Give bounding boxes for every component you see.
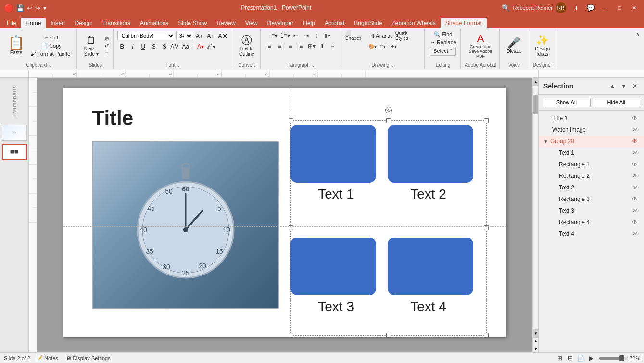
handle-bm[interactable]: [386, 333, 391, 338]
shape-card-4[interactable]: [388, 238, 473, 295]
rotate-handle[interactable]: ↻: [385, 107, 392, 113]
slide-scrollbar-v[interactable]: ▲ ▼ ▲ ▼: [532, 78, 538, 352]
panel-down-btn[interactable]: ▼: [619, 82, 629, 90]
undo-icon[interactable]: ↩: [27, 4, 32, 12]
decrease-font-btn[interactable]: A↓: [205, 32, 215, 40]
layer-text1[interactable]: Text 1 👁: [539, 147, 644, 159]
comment-btn[interactable]: 💬: [584, 3, 597, 13]
shape-outline-btn[interactable]: □▾: [378, 41, 388, 51]
layer-rect4[interactable]: Rectangle 4 👁: [539, 216, 644, 228]
redo-icon[interactable]: ↪: [35, 4, 40, 12]
layer-rect1[interactable]: Rectangle 1 👁: [539, 159, 644, 170]
tab-developer[interactable]: Developer: [263, 18, 299, 28]
eye-text2[interactable]: 👁: [631, 183, 639, 192]
numbering-btn[interactable]: 1≡▾: [280, 31, 290, 40]
cut-button[interactable]: ✂ Cut: [29, 34, 74, 41]
eye-rect1[interactable]: 👁: [631, 160, 639, 169]
line-spacing-btn[interactable]: ↕: [312, 31, 322, 40]
tab-home[interactable]: Home: [21, 18, 46, 28]
thumbnail-1[interactable]: 1 ▪▪▪: [2, 125, 27, 141]
tab-zebraonwheels[interactable]: Zebra on Wheels: [387, 18, 440, 28]
change-case-btn[interactable]: Aa: [181, 42, 190, 51]
bold-button[interactable]: B: [117, 42, 127, 51]
align-left-btn[interactable]: ≡: [265, 41, 274, 51]
search-icon[interactable]: 🔍: [502, 4, 510, 12]
justify-btn[interactable]: ≡: [296, 41, 306, 51]
bullets-btn[interactable]: ≡▾: [270, 31, 279, 40]
close-btn[interactable]: ✕: [628, 3, 640, 13]
create-pdf-button[interactable]: A Create andSave AdobePDF: [466, 31, 495, 61]
notes-button[interactable]: 📝 Notes: [34, 354, 60, 362]
font-size-select[interactable]: 34: [176, 31, 193, 40]
layer-text3[interactable]: Text 3 👁: [539, 205, 644, 216]
tab-help[interactable]: Help: [298, 18, 320, 28]
tab-acrobat[interactable]: Acrobat: [320, 18, 349, 28]
tab-view[interactable]: View: [240, 18, 263, 28]
ribbon-collapse-btn[interactable]: ⬇: [570, 3, 582, 13]
layer-text2[interactable]: Text 2 👁: [539, 182, 644, 193]
shadow-button[interactable]: S: [160, 42, 169, 51]
tab-transitions[interactable]: Transitions: [98, 18, 135, 28]
thumbnail-2[interactable]: 2 ⬛⬛: [2, 144, 27, 160]
reading-view-btn[interactable]: 📄: [576, 354, 586, 362]
panel-close-btn[interactable]: ✕: [631, 82, 639, 90]
handle-tr[interactable]: [484, 118, 489, 123]
align-right-btn[interactable]: ≡: [286, 41, 295, 51]
tab-brightslide[interactable]: BrightSlide: [349, 18, 387, 28]
increase-font-btn[interactable]: A↑: [194, 32, 204, 40]
text-direction-btn[interactable]: ⬆: [317, 41, 327, 51]
eye-watchimage[interactable]: 👁: [631, 125, 639, 134]
align-text-btn[interactable]: ↔: [328, 41, 338, 51]
smart-art-btn[interactable]: ⊞▾: [307, 41, 316, 51]
hide-all-button[interactable]: Hide All: [593, 98, 641, 107]
tab-review[interactable]: Review: [212, 18, 240, 28]
italic-button[interactable]: I: [128, 42, 138, 51]
align-center-btn[interactable]: ≡: [275, 41, 285, 51]
section-button[interactable]: ≡: [103, 50, 110, 56]
slide-show-btn[interactable]: ▶: [587, 354, 596, 362]
increase-indent-btn[interactable]: ⇥: [302, 31, 311, 40]
quick-styles-btn[interactable]: Quick Styles: [395, 31, 421, 40]
maximize-btn[interactable]: □: [613, 3, 626, 13]
show-all-button[interactable]: Show All: [543, 98, 591, 107]
eye-text4[interactable]: 👁: [631, 229, 639, 238]
save-icon[interactable]: 💾: [16, 4, 24, 12]
font-color-btn[interactable]: A▾: [196, 42, 205, 51]
display-settings-button[interactable]: 🖥 Display Settings: [64, 355, 113, 362]
find-button[interactable]: 🔍 Find: [432, 31, 454, 38]
tab-file[interactable]: File: [2, 18, 21, 28]
shape-card-1[interactable]: [290, 125, 376, 183]
slide-area[interactable]: Title 60 5 10 15 20 25 30 35 40: [37, 78, 532, 352]
new-slide-button[interactable]: 🗒 NewSlide ▾: [81, 33, 102, 59]
handle-br[interactable]: [484, 333, 489, 338]
design-ideas-button[interactable]: ✨ DesignIdeas: [532, 33, 553, 59]
eye-group20[interactable]: 👁: [631, 137, 639, 146]
zoom-bar[interactable]: [599, 357, 628, 360]
columns-btn[interactable]: ⫿▾: [323, 31, 332, 40]
layer-rect3[interactable]: Rectangle 3 👁: [539, 193, 644, 205]
underline-button[interactable]: U: [139, 42, 148, 51]
zoom-thumb[interactable]: [619, 355, 624, 361]
eye-rect2[interactable]: 👁: [631, 172, 639, 180]
layer-watchimage[interactable]: Watch Image 👁: [539, 124, 644, 136]
strikethrough-button[interactable]: S: [149, 42, 159, 51]
tab-design[interactable]: Design: [70, 18, 97, 28]
replace-button[interactable]: ↔ Replace: [429, 39, 457, 46]
ribbon-collapse-button[interactable]: ∧: [634, 31, 641, 38]
eye-text3[interactable]: 👁: [631, 206, 639, 215]
shape-fill-btn[interactable]: 🎨▾: [367, 41, 377, 51]
tab-insert[interactable]: Insert: [46, 18, 70, 28]
char-spacing-btn[interactable]: AV: [170, 42, 180, 51]
tab-animations[interactable]: Animations: [135, 18, 173, 28]
panel-up-btn[interactable]: ▲: [607, 82, 617, 90]
format-painter-button[interactable]: 🖌 Format Painter: [29, 50, 74, 57]
handle-tm[interactable]: [386, 118, 391, 123]
eye-title1[interactable]: 👁: [631, 114, 639, 123]
text-to-outline-button[interactable]: Ⓐ Text toOutline: [236, 33, 257, 59]
layer-text4[interactable]: Text 4 👁: [539, 228, 644, 239]
highlight-color-btn[interactable]: 🖊▾: [206, 42, 216, 51]
layer-title1[interactable]: Title 1 👁: [539, 113, 644, 124]
shapes-btn[interactable]: ⬜ Shapes: [345, 31, 369, 40]
minimize-btn[interactable]: ─: [599, 3, 611, 13]
more-icon[interactable]: ▾: [43, 4, 47, 12]
